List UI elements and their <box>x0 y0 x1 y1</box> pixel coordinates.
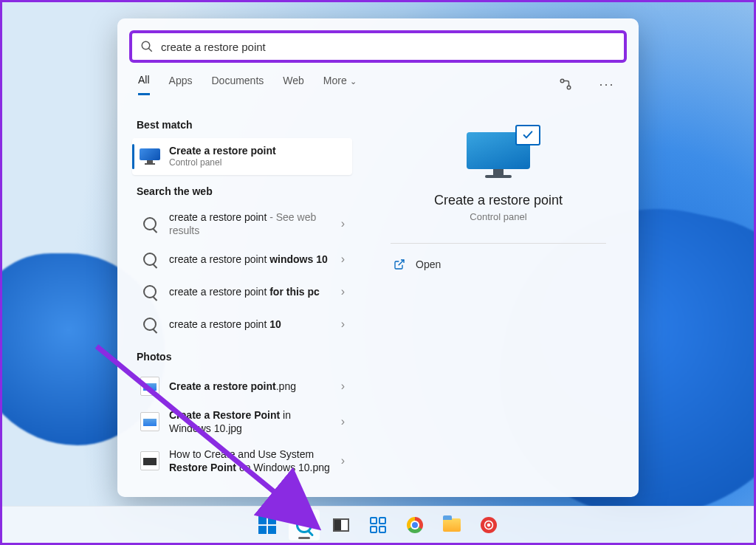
chevron-right-icon: › <box>341 380 345 393</box>
section-photos: Photos <box>137 351 352 363</box>
svg-point-3 <box>567 86 571 89</box>
task-view-button[interactable] <box>326 510 357 541</box>
search-icon <box>140 40 154 53</box>
web-result[interactable]: create a restore point windows 10 › <box>132 243 352 275</box>
search-icon <box>140 213 160 234</box>
search-panel: All Apps Documents Web More ⌄ ··· Best m… <box>117 18 639 497</box>
file-explorer-button[interactable] <box>436 510 467 541</box>
photo-result[interactable]: Create a restore point.png › <box>132 370 352 402</box>
best-match-result[interactable]: Create a restore point Control panel <box>132 138 352 175</box>
windows-logo-icon <box>258 516 276 534</box>
search-input[interactable] <box>161 41 616 53</box>
open-label: Open <box>416 258 441 270</box>
results-list: Best match Create a restore point Contro… <box>117 103 358 497</box>
web-result[interactable]: create a restore point - See web results… <box>132 205 352 243</box>
svg-point-0 <box>142 41 150 49</box>
section-best-match: Best match <box>137 119 352 131</box>
tab-documents[interactable]: Documents <box>211 75 264 94</box>
open-action[interactable]: Open <box>391 253 606 276</box>
flow-icon[interactable] <box>554 73 577 95</box>
chevron-right-icon: › <box>341 285 345 298</box>
svg-point-2 <box>560 79 564 83</box>
search-icon <box>140 249 160 270</box>
chevron-down-icon: ⌄ <box>350 77 357 86</box>
filter-tabs: All Apps Documents Web More ⌄ ··· <box>117 67 639 95</box>
image-file-icon <box>140 411 160 432</box>
app-icon: ⦿ <box>481 517 497 533</box>
tab-web[interactable]: Web <box>283 75 304 94</box>
app-button[interactable]: ⦿ <box>473 510 504 541</box>
tab-apps[interactable]: Apps <box>169 75 193 94</box>
chevron-right-icon: › <box>341 318 345 331</box>
more-options-icon[interactable]: ··· <box>596 73 618 95</box>
photo-result[interactable]: How to Create and Use System Restore Poi… <box>132 442 352 480</box>
chevron-right-icon: › <box>341 415 345 428</box>
preview-subtitle: Control panel <box>391 211 606 222</box>
svg-line-1 <box>148 48 152 52</box>
open-icon <box>394 258 405 270</box>
web-result[interactable]: create a restore point for this pc › <box>132 275 352 308</box>
web-result[interactable]: create a restore point 10 › <box>132 308 352 340</box>
image-file-icon <box>140 450 160 471</box>
taskbar: ⦿ <box>2 506 754 543</box>
widgets-icon <box>370 517 386 533</box>
chrome-button[interactable] <box>399 510 430 541</box>
chevron-right-icon: › <box>341 217 345 230</box>
search-icon <box>140 281 160 302</box>
tab-more[interactable]: More ⌄ <box>323 75 357 94</box>
section-search-web: Search the web <box>137 185 352 197</box>
start-button[interactable] <box>252 510 283 541</box>
svg-line-4 <box>399 260 404 265</box>
preview-app-icon <box>467 132 530 181</box>
chevron-right-icon: › <box>341 454 345 467</box>
preview-title: Create a restore point <box>391 193 606 208</box>
tab-all[interactable]: All <box>138 74 150 95</box>
preview-pane: Create a restore point Control panel Ope… <box>358 103 639 497</box>
monitor-icon <box>140 146 160 167</box>
photo-result[interactable]: Create a Restore Point in Windows 10.jpg… <box>132 402 352 441</box>
search-icon <box>296 517 312 533</box>
search-icon <box>140 314 160 335</box>
image-file-icon <box>140 376 160 397</box>
taskbar-search-button[interactable] <box>289 510 320 541</box>
chevron-right-icon: › <box>341 253 345 266</box>
search-box[interactable] <box>131 32 625 61</box>
folder-icon <box>443 518 461 532</box>
task-view-icon <box>333 518 349 532</box>
widgets-button[interactable] <box>362 510 394 541</box>
chrome-icon <box>407 517 423 533</box>
